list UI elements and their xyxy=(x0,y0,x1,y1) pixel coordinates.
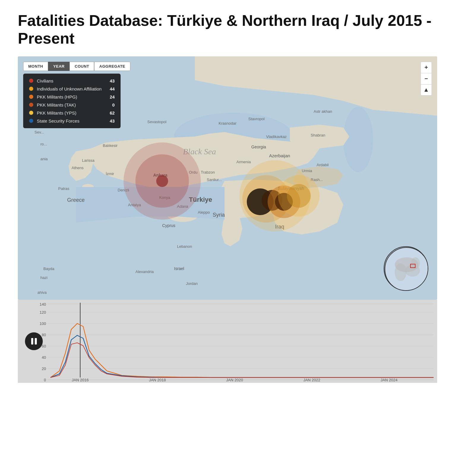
map-controls: + − ▲ xyxy=(421,62,432,96)
svg-text:ahiva: ahiva xyxy=(37,290,47,295)
svg-text:Astr akhan: Astr akhan xyxy=(314,109,332,114)
svg-text:Aleppo: Aleppo xyxy=(198,210,210,215)
civilians-count: 43 xyxy=(106,78,115,83)
svg-text:Armenia: Armenia xyxy=(236,160,251,164)
svg-text:Balıkesir: Balıkesir xyxy=(103,143,118,148)
svg-text:JAN 2022: JAN 2022 xyxy=(303,378,320,382)
svg-text:Vladikavkaz: Vladikavkaz xyxy=(266,134,287,139)
svg-text:JAN 2024: JAN 2024 xyxy=(380,378,397,382)
count-button[interactable]: COUNT xyxy=(69,62,94,71)
legend-item-unknown: Individuals of Unknown Affiliation 44 xyxy=(29,86,115,91)
svg-text:Urmia: Urmia xyxy=(302,169,312,173)
tak-dot xyxy=(29,103,33,107)
chart-svg: 0 20 40 60 80 100 120 140 JAN 2016 xyxy=(18,300,437,383)
unknown-label: Individuals of Unknown Affiliation xyxy=(37,86,102,91)
civilians-label: Civilians xyxy=(37,78,102,83)
legend-item-hpg: PKK Militants (HPG) 24 xyxy=(29,94,115,99)
pause-icon xyxy=(31,338,37,345)
yps-dot xyxy=(29,111,33,115)
legend-item-tak: PKK Militants (TAK) 0 xyxy=(29,102,115,107)
map-legend: Civilians 43 Individuals of Unknown Affi… xyxy=(23,74,121,128)
month-button[interactable]: MONTH xyxy=(23,62,48,71)
svg-point-2 xyxy=(343,107,373,172)
mini-globe xyxy=(384,246,428,291)
year-button[interactable]: YEAR xyxy=(48,62,69,71)
svg-text:Patras: Patras xyxy=(58,186,69,191)
svg-point-52 xyxy=(156,175,168,187)
svg-text:ania: ania xyxy=(40,157,48,161)
chart-area: 0 20 40 60 80 100 120 140 JAN 2016 xyxy=(18,300,437,383)
yps-count: 62 xyxy=(106,110,115,115)
pause-bar-right xyxy=(35,338,37,345)
svg-text:hazi: hazi xyxy=(40,275,48,280)
svg-point-63 xyxy=(395,263,407,281)
svg-text:100: 100 xyxy=(40,321,46,326)
svg-point-60 xyxy=(287,184,311,208)
svg-text:40: 40 xyxy=(42,355,46,360)
civilians-dot xyxy=(29,79,33,83)
svg-text:Azerbaijan: Azerbaijan xyxy=(269,153,290,158)
svg-text:JAN 2018: JAN 2018 xyxy=(149,378,166,382)
svg-text:Sanliur...: Sanliur... xyxy=(207,177,222,182)
svg-text:20: 20 xyxy=(42,366,46,371)
svg-text:Bayda: Bayda xyxy=(43,266,55,271)
svg-text:Sevastopol: Sevastopol xyxy=(147,120,166,124)
page-title: Fatalities Database: Türkiye & Northern … xyxy=(18,12,437,47)
hpg-count: 24 xyxy=(106,94,115,99)
svg-text:Israel: Israel xyxy=(174,266,184,271)
pause-bar-left xyxy=(31,338,33,345)
ssf-count: 43 xyxy=(106,118,115,123)
svg-text:ro...: ro... xyxy=(40,142,47,146)
svg-text:Cyprus: Cyprus xyxy=(162,223,175,228)
svg-text:Syria: Syria xyxy=(213,212,225,218)
ssf-dot xyxy=(29,119,33,123)
svg-text:Trabzon: Trabzon xyxy=(201,170,215,174)
chart-section: 0 20 40 60 80 100 120 140 JAN 2016 xyxy=(18,300,437,383)
svg-text:60: 60 xyxy=(42,344,46,348)
tak-label: PKK Militants (TAK) xyxy=(37,102,102,107)
hpg-label: PKK Militants (HPG) xyxy=(37,94,102,99)
legend-item-civilians: Civilians 43 xyxy=(29,78,115,83)
svg-text:Shabran: Shabran xyxy=(311,133,325,137)
tak-count: 0 xyxy=(106,102,115,107)
unknown-count: 44 xyxy=(106,86,115,91)
pause-button[interactable] xyxy=(25,332,43,350)
legend-item-ssf: State Security Forces 43 xyxy=(29,118,115,123)
zoom-out-button[interactable]: − xyxy=(421,73,432,84)
reset-button[interactable]: ▲ xyxy=(421,84,432,96)
unknown-dot xyxy=(29,87,33,91)
yps-label: PKK Militants (YPS) xyxy=(37,110,102,115)
svg-text:Jordan: Jordan xyxy=(186,281,198,286)
svg-text:JAN 2016: JAN 2016 xyxy=(72,378,89,382)
svg-text:Lebanon: Lebanon xyxy=(177,244,192,249)
legend-item-yps: PKK Militants (YPS) 62 xyxy=(29,110,115,115)
svg-text:Ardabil: Ardabil xyxy=(317,163,329,167)
svg-text:Athens: Athens xyxy=(72,166,84,170)
svg-text:Stavropol: Stavropol xyxy=(248,117,265,121)
svg-text:Greece: Greece xyxy=(67,197,85,203)
zoom-in-button[interactable]: + xyxy=(421,62,432,73)
aggregate-button[interactable]: AGGREGATE xyxy=(94,62,130,71)
hpg-dot xyxy=(29,95,33,99)
svg-text:Georgia: Georgia xyxy=(251,145,266,149)
svg-text:80: 80 xyxy=(42,333,46,337)
svg-text:Sev...: Sev... xyxy=(34,130,44,134)
page-container: Fatalities Database: Türkiye & Northern … xyxy=(0,0,455,395)
svg-text:JAN 2020: JAN 2020 xyxy=(226,378,243,382)
svg-text:Alexandria: Alexandria xyxy=(135,269,154,274)
svg-text:Larissa: Larissa xyxy=(82,158,95,163)
svg-text:0: 0 xyxy=(44,378,46,382)
svg-text:Krasnodar: Krasnodar xyxy=(219,121,237,126)
svg-text:140: 140 xyxy=(40,302,46,307)
svg-text:120: 120 xyxy=(40,310,46,315)
svg-text:İzmir: İzmir xyxy=(106,172,114,176)
ssf-label: State Security Forces xyxy=(37,118,102,123)
map-toolbar: MONTH YEAR COUNT AGGREGATE xyxy=(23,62,130,71)
map-section: Black Sea Türkiye Syria Iraq Greece Athe… xyxy=(18,56,437,300)
